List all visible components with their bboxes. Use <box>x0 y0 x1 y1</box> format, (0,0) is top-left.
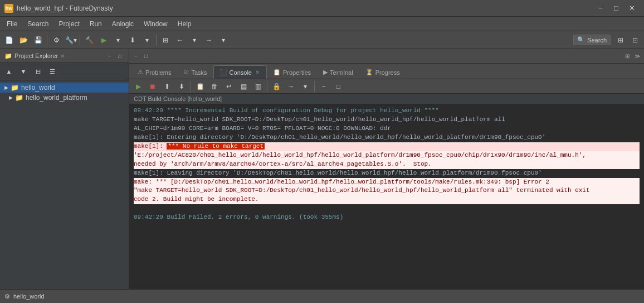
menu-anlogic[interactable]: Anlogic <box>108 18 138 30</box>
toolbar-icon-btn-1[interactable]: ⊞ <box>614 33 627 47</box>
toolbar-new[interactable]: 📄 <box>2 33 16 47</box>
secondary-header: − □ ⊞ ≫ <box>129 49 644 64</box>
error-highlight-span: *** No rule to make target <box>167 143 265 150</box>
toolbar-download-dropdown[interactable]: ▾ <box>140 33 154 47</box>
sec-menu-btn[interactable]: ≫ <box>633 52 642 61</box>
console-line <box>134 204 640 213</box>
menu-run[interactable]: Run <box>85 18 106 30</box>
console-maximize[interactable]: □ <box>331 80 345 93</box>
console-word-wrap[interactable]: ↵ <box>222 80 236 93</box>
toolbar-open[interactable]: 📂 <box>17 33 30 47</box>
tree-item-label: hello_world <box>21 84 55 92</box>
console-header-text: CDT Build Console [hello_world] <box>134 95 222 102</box>
console-sep-3 <box>314 81 315 92</box>
panel-expand-all[interactable]: ▼ <box>17 65 30 78</box>
console-stop[interactable]: ⏹ <box>146 80 159 93</box>
toolbar-run-dropdown[interactable]: ▾ <box>111 33 125 47</box>
console-tabs: ⚠ Problems ☑ Tasks ⬛ Console ✕ 📋 Propert… <box>129 64 644 79</box>
console-sep-2 <box>267 81 267 92</box>
tasks-icon: ☑ <box>183 69 189 76</box>
tab-console[interactable]: ⬛ Console ✕ <box>213 65 267 79</box>
project-tree: ▶ 📁 hello_world ▶ 📁 hello_world_platform <box>0 80 129 289</box>
console-output[interactable]: 09:42:20 **** Incremental Build of confi… <box>129 104 644 289</box>
console-line: make TARGET=hello_world SDK_ROOT=D:/Desk… <box>134 116 640 124</box>
console-scroll-lock[interactable]: 🔒 <box>270 80 283 93</box>
panel-menu[interactable]: ☰ <box>46 65 59 78</box>
menu-help[interactable]: Help <box>173 18 196 30</box>
tree-item-hello-world-platform[interactable]: ▶ 📁 hello_world_platform <box>0 93 129 103</box>
console-line: 'E:/project/AC820/ch01_hello_world/hello… <box>134 151 640 160</box>
console-next[interactable]: → <box>284 80 297 93</box>
console-next-dropdown[interactable]: ▾ <box>299 80 312 93</box>
sec-minimize[interactable]: − <box>131 52 140 61</box>
close-button[interactable]: ✕ <box>624 1 640 16</box>
console-line: code 2. Build might be incomplete. <box>134 195 640 204</box>
project-explorer-panel: 📁 Project Explorer ✕ − □ ▲ ▼ ⊟ ☰ ▶ 📁 hel… <box>0 49 129 289</box>
console-icon: ⬛ <box>219 69 227 76</box>
window-title: hello_world_hpf - FutureDynasty <box>17 4 593 12</box>
panel-collapse-all[interactable]: ▲ <box>2 65 16 78</box>
tree-item-label-2: hello_world_platform <box>26 94 87 102</box>
console-tab-close[interactable]: ✕ <box>254 69 261 76</box>
toolbar-debug-dropdown[interactable]: 🔧▾ <box>64 33 77 47</box>
maximize-button[interactable]: □ <box>608 1 624 16</box>
progress-icon: ⏳ <box>365 69 373 76</box>
panel-link[interactable]: ⊟ <box>31 65 45 78</box>
toolbar-sep-1 <box>47 35 47 46</box>
toolbar-back-dropdown[interactable]: ▾ <box>188 33 201 47</box>
console-line: AL_CHIP=dr1m90 CORE=arm BOARD= V=0 RTOS=… <box>134 124 640 133</box>
status-icon: ⚙ <box>4 293 10 300</box>
tree-item-hello-world[interactable]: ▶ 📁 hello_world <box>0 83 129 93</box>
console-sep-1 <box>191 81 191 92</box>
menu-project[interactable]: Project <box>54 18 84 30</box>
menu-file[interactable]: File <box>2 18 22 30</box>
tab-progress-label: Progress <box>375 69 400 76</box>
toolbar-build[interactable]: 🔨 <box>82 33 96 47</box>
tree-folder-icon: 📁 <box>11 84 19 92</box>
tab-problems[interactable]: ⚠ Problems <box>131 65 177 79</box>
console-up[interactable]: ⬆ <box>160 80 174 93</box>
tab-properties-label: Properties <box>283 69 311 76</box>
status-label: hello_world <box>13 293 45 300</box>
tab-terminal[interactable]: ▶ Terminal <box>317 65 359 79</box>
console-run[interactable]: ▶ <box>131 80 145 93</box>
console-layout-btn-2[interactable]: ▥ <box>251 80 265 93</box>
tab-properties[interactable]: 📋 Properties <box>267 65 317 79</box>
toolbar-download[interactable]: ⬇ <box>126 33 139 47</box>
toolbar-forward-dropdown[interactable]: ▾ <box>217 33 230 47</box>
toolbar-back[interactable]: ← <box>173 33 187 47</box>
tree-folder-icon-2: 📁 <box>15 94 23 102</box>
console-clear[interactable]: 🗑 <box>208 80 221 93</box>
tree-expand-icon: ▶ <box>4 85 8 90</box>
toolbar-icon-btn-2[interactable]: ⊡ <box>628 33 642 47</box>
search-label: Search <box>587 37 607 44</box>
toolbar-run[interactable]: ▶ <box>97 33 110 47</box>
console-line: 09:42:20 Build Failed. 2 errors, 0 warni… <box>134 213 640 222</box>
console-down[interactable]: ⬇ <box>175 80 188 93</box>
panel-maximize-btn[interactable]: □ <box>115 51 124 60</box>
sec-stack-btn[interactable]: ⊞ <box>623 52 632 61</box>
console-minimize[interactable]: − <box>317 80 330 93</box>
tab-progress[interactable]: ⏳ Progress <box>359 65 406 79</box>
panel-header-actions: − □ <box>105 51 124 60</box>
console-layout-btn[interactable]: ▤ <box>237 80 250 93</box>
menu-window[interactable]: Window <box>139 18 172 30</box>
menu-search[interactable]: Search <box>23 18 53 30</box>
sec-maximize[interactable]: □ <box>142 52 150 61</box>
toolbar-save[interactable]: 💾 <box>31 33 45 47</box>
console-line: needed by 'arch/arm/armv8/aarch64/cortex… <box>134 160 640 169</box>
tab-terminal-label: Terminal <box>330 69 353 76</box>
app-icon: hw <box>4 4 13 13</box>
console-copy[interactable]: 📋 <box>193 80 207 93</box>
panel-close-marker: ✕ <box>60 53 65 59</box>
secondary-header-left: − □ <box>131 52 150 61</box>
tab-tasks[interactable]: ☑ Tasks <box>177 65 213 79</box>
toolbar-layout[interactable]: ⊞ <box>159 33 172 47</box>
toolbar-settings[interactable]: ⚙ <box>50 33 63 47</box>
panel-minimize-btn[interactable]: − <box>105 51 114 60</box>
console-line: make[1]: Entering directory 'D:/DeskTop/… <box>134 133 640 142</box>
console-line: make[1]: Leaving directory 'D:/DeskTop/c… <box>134 169 640 178</box>
toolbar-search-box[interactable]: 🔍 Search <box>573 35 611 45</box>
minimize-button[interactable]: − <box>593 1 608 16</box>
toolbar-forward[interactable]: → <box>202 33 216 47</box>
